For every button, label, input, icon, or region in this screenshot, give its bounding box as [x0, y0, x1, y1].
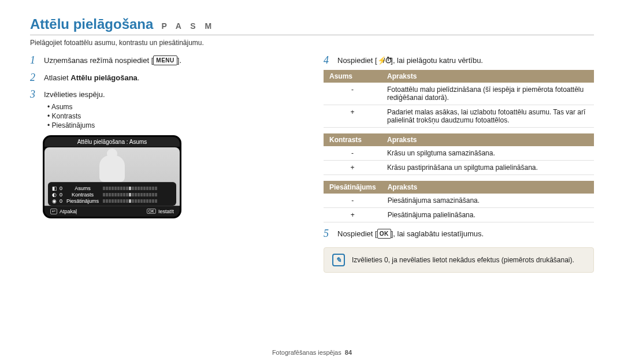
saturation-label: Piesātinājums [65, 198, 101, 204]
lcd-header: Attēlu pielāgošana : Asums [44, 137, 180, 147]
slider-dots [103, 199, 173, 203]
info-icon: ✎ [332, 254, 345, 266]
subject-silhouette [92, 147, 132, 182]
table-cell: + [324, 160, 381, 174]
camera-lcd-preview: Attēlu pielāgošana : Asums ◧ 0 Asums [43, 135, 181, 218]
flash-icon: ⚡ [377, 55, 383, 66]
divider [30, 35, 594, 35]
table-header: Apraksts [381, 70, 594, 83]
saturation-value: 0 [60, 198, 62, 204]
list-item: Piesātinājums [47, 121, 300, 129]
saturation-icon: ◉ [51, 198, 57, 204]
table-cell: + [324, 207, 382, 222]
table-cell: Krāsu pastiprināšana un spilgtuma paliel… [381, 160, 594, 174]
step-number: 4 [324, 55, 332, 65]
set-label: Iestatīt [158, 209, 174, 214]
step-number: 2 [30, 72, 38, 83]
sharpness-value: 0 [60, 185, 62, 191]
ok-icon: OK [147, 209, 156, 214]
table-cell: - [324, 83, 381, 105]
contrast-icon: ◐ [51, 192, 57, 198]
note-text: Izvēlieties 0, ja nevēlaties lietot nekā… [352, 256, 574, 264]
sharpness-icon: ◧ [51, 185, 57, 191]
info-note: ✎ Izvēlieties 0, ja nevēlaties lietot ne… [324, 247, 594, 273]
table-cell: Piesātinājuma samazināšana. [382, 194, 594, 208]
sharpness-table: AsumsApraksts -Fotoattēlu malu pielīdzin… [324, 70, 594, 128]
step-2-text: Atlasiet Attēlu pielāgošana. [44, 72, 139, 84]
slider-dots [103, 193, 173, 196]
slider-dots [103, 187, 173, 190]
contrast-label: Kontrasts [65, 192, 101, 198]
table-cell: - [324, 194, 382, 208]
page-footer: Fotografēšanas iespējas 84 [0, 349, 624, 356]
table-header: Asums [324, 70, 381, 83]
timer-icon: ⏱ [385, 55, 391, 66]
step-number: 1 [30, 55, 38, 65]
mode-indicator: P A S M [161, 21, 215, 31]
table-header: Piesātinājums [324, 181, 382, 194]
sharpness-label: Asums [65, 185, 101, 191]
table-header: Apraksts [382, 181, 594, 194]
table-cell: - [324, 146, 381, 161]
list-item: Kontrasts [47, 112, 300, 120]
table-cell: Fotoattēlu malu pielīdzināšana (šī iespē… [381, 83, 594, 105]
menu-button-label: MENU [153, 55, 177, 65]
step-1-text: Uzņemšanas režīmā nospiediet [MENU]. [44, 55, 181, 66]
table-header: Apraksts [381, 133, 594, 146]
table-cell: Piesātinājuma palielināšana. [382, 207, 594, 222]
step-4-text: Nospiediet [⚡/⏱], lai pielāgotu katru vē… [337, 55, 483, 66]
list-item: Asums [47, 103, 300, 111]
table-cell: Padariet malas asākas, lai uzlabotu foto… [381, 105, 594, 127]
page-subtitle: Pielāgojiet fotoattēlu asumu, kontrastu … [30, 39, 594, 47]
saturation-table: PiesātinājumsApraksts -Piesātinājuma sam… [324, 181, 594, 222]
step-number: 3 [30, 89, 38, 99]
table-cell: + [324, 105, 381, 127]
option-list: Asums Kontrasts Piesātinājums [47, 103, 300, 129]
page-title: Attēlu pielāgošana [30, 16, 153, 32]
step-3-text: Izvēlieties iespēju. [44, 89, 105, 101]
step-number: 5 [324, 228, 332, 239]
table-cell: Krāsu un spilgtuma samazināšana. [381, 146, 594, 161]
step-5-text: Nospiediet [OK], lai saglabātu iestatīju… [337, 228, 484, 240]
table-header: Kontrasts [324, 133, 381, 146]
back-label: Atpakaļ [60, 209, 77, 214]
contrast-table: KontrastsApraksts -Krāsu un spilgtuma sa… [324, 133, 594, 175]
ok-button-label: OK [377, 229, 391, 239]
contrast-value: 0 [60, 192, 62, 198]
back-icon: ↩ [50, 209, 57, 214]
